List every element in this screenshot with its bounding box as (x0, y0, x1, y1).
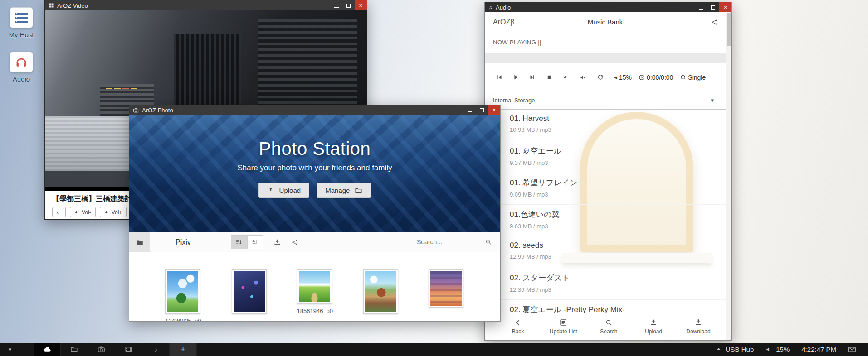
maximize-button[interactable] (342, 0, 355, 10)
video-window-title: ArOZ Video (57, 2, 88, 9)
playback-time: 0:00/0:00 (639, 74, 673, 81)
track-meta: 9.63 MB / mp3 (510, 223, 726, 230)
now-playing-label: NOW PLAYING || (485, 32, 731, 53)
minimize-button[interactable] (330, 0, 342, 10)
hero-subtitle: Share your photo with your friends and f… (129, 164, 500, 173)
update-list-button[interactable]: Update List (550, 313, 577, 340)
volume-up-button[interactable] (580, 74, 587, 81)
track-meta: 9.09 MB / mp3 (510, 191, 726, 198)
mute-button[interactable] (563, 74, 570, 81)
track-row[interactable]: 01. 夏空エール 9.37 MB / mp3 (485, 141, 726, 173)
clock[interactable]: 4:22:47 PM (801, 346, 836, 353)
search-button[interactable]: Search (595, 313, 622, 340)
camera-icon (98, 346, 105, 353)
desktop-icon-audio[interactable]: Audio (2, 52, 41, 83)
folder-icon (136, 238, 144, 246)
manage-button[interactable]: Manage (317, 183, 371, 198)
track-meta: 9.37 MB / mp3 (510, 159, 726, 166)
headphones-icon (10, 52, 33, 72)
chevron-left-icon (514, 319, 522, 327)
track-row[interactable]: 02. seeds 12.99 MB / mp3 (485, 236, 726, 268)
upload-button[interactable]: Upload (258, 183, 310, 198)
sort-desc-icon (252, 239, 258, 245)
track-row[interactable]: 01. Harvest 10.93 MB / mp3 (485, 110, 726, 141)
close-button[interactable]: × (355, 0, 367, 10)
video-window-titlebar[interactable]: ArOZ Video × (45, 0, 367, 10)
taskbar-video-app[interactable] (115, 343, 142, 356)
minimize-button[interactable] (463, 105, 476, 115)
video-back-button[interactable]: ‹ (52, 207, 66, 217)
close-button[interactable]: × (488, 105, 500, 115)
photo-card[interactable] (429, 269, 463, 311)
speaker-icon (766, 346, 772, 353)
photo-card[interactable]: 12436825_p0 (165, 269, 201, 322)
seek-bar[interactable] (485, 53, 726, 63)
share-button[interactable] (291, 239, 298, 246)
taskbar-cloud-app[interactable] (34, 343, 61, 356)
maximize-button[interactable] (707, 2, 719, 12)
sort-ascending-button[interactable] (231, 235, 247, 249)
folder-icon (355, 187, 362, 194)
track-row[interactable]: 01. 希望リフレイン 9.09 MB / mp3 (485, 173, 726, 205)
minimize-button[interactable] (695, 2, 707, 12)
download-button[interactable]: Download (685, 313, 712, 340)
track-title: 01. 希望リフレイン (510, 178, 726, 188)
track-meta: 12.99 MB / mp3 (510, 253, 726, 260)
share-icon[interactable] (711, 19, 718, 26)
photo-card[interactable] (363, 269, 398, 318)
taskbar-photo-app[interactable] (88, 343, 115, 356)
eject-icon (716, 346, 722, 353)
photo-card[interactable]: 18561946_p0 (297, 269, 333, 314)
volume-level: ◀ 15% (614, 74, 632, 81)
skip-previous-button[interactable] (496, 74, 502, 81)
desktop-icon-label: My Host (2, 31, 41, 38)
usb-device-indicator[interactable]: USB Hub (716, 346, 754, 353)
search-icon[interactable] (485, 238, 492, 245)
folder-browser-button[interactable] (129, 232, 150, 252)
scrollbar[interactable] (726, 12, 731, 340)
app-grid-icon (49, 3, 54, 8)
maximize-button[interactable] (476, 105, 488, 115)
track-row[interactable]: 02. 夏空エール -Pretty Perky Mix- (485, 300, 726, 313)
volume-indicator[interactable]: 15% (766, 346, 790, 353)
taskbar-music-app[interactable]: ♪ (142, 343, 170, 356)
upload-button[interactable]: Upload (640, 313, 667, 340)
current-folder-label: Pixiv (176, 238, 191, 246)
photo-card[interactable] (232, 269, 267, 318)
close-button[interactable]: × (719, 2, 731, 12)
track-row[interactable]: 01.色違いの翼 9.63 MB / mp3 (485, 205, 726, 236)
taskbar-add-app-button[interactable]: + (170, 343, 197, 356)
stop-button[interactable] (546, 74, 553, 81)
volume-down-button[interactable]: Vol- (70, 207, 96, 217)
sort-asc-icon (235, 239, 242, 245)
photo-grid: 12436825_p0 18561946_p0 (129, 269, 500, 322)
messages-icon[interactable] (848, 346, 856, 354)
taskbar-files-app[interactable] (61, 343, 88, 356)
playback-mode-toggle[interactable]: Single (680, 74, 706, 81)
track-title: 01. Harvest (510, 114, 726, 123)
photo-name: 18561946_p0 (297, 308, 333, 314)
photo-window-titlebar[interactable]: ArOZ Photo × (129, 105, 500, 115)
scrollbar-thumb[interactable] (727, 13, 731, 46)
search-input[interactable] (417, 238, 485, 245)
speaker-icon (74, 210, 79, 215)
storage-select[interactable]: Internal Storage ▾ (485, 91, 726, 110)
back-button[interactable]: Back (505, 313, 531, 340)
track-title: 02. 夏空エール -Pretty Perky Mix- (510, 304, 726, 313)
loop-button[interactable] (597, 74, 604, 81)
track-row[interactable]: 02. スターダスト 12.39 MB / mp3 (485, 268, 726, 300)
taskbar-menu-caret[interactable]: ▾ (0, 346, 20, 353)
desktop-icon-my-host[interactable]: My Host (2, 7, 41, 38)
volume-up-button[interactable]: Vol+ (100, 207, 127, 217)
photo-name: 12436825_p0 (165, 318, 201, 322)
skip-next-button[interactable] (529, 74, 536, 81)
sort-descending-button[interactable] (247, 235, 263, 249)
photo-thumbnail (299, 271, 330, 302)
upload-icon (267, 187, 274, 194)
music-note-icon: ♫ (488, 4, 493, 10)
play-button[interactable] (512, 74, 519, 81)
download-button[interactable] (273, 238, 281, 246)
volume-triangle-icon: ◀ (614, 75, 617, 80)
download-icon (273, 238, 281, 246)
audio-window-titlebar[interactable]: ♫ Audio × (485, 2, 731, 12)
